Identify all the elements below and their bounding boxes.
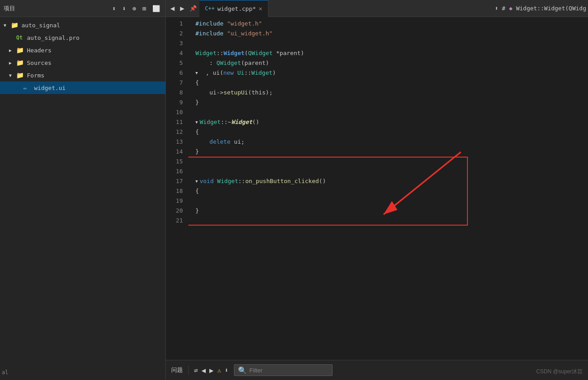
arrow-forms: ▼ bbox=[9, 73, 16, 78]
tree-label-forms: Forms bbox=[27, 72, 44, 79]
arrow-auto-signal: ▼ bbox=[4, 23, 11, 28]
filter-icon[interactable]: ⬇ bbox=[121, 4, 128, 13]
tree-item-widget-ui[interactable]: ✏ widget.ui bbox=[0, 81, 165, 94]
tab-widget-cpp[interactable]: C++ widget.cpp* ✕ bbox=[199, 0, 268, 17]
hash-icon: # bbox=[502, 5, 506, 12]
diamond-icon: ◆ bbox=[509, 5, 513, 12]
editor-area: ◀ ▶ 📌 C++ widget.cpp* ✕ ⬍ # ◆ Widget::Wi… bbox=[166, 0, 588, 380]
code-line-11: ▼Widget::~Widget() bbox=[195, 117, 588, 127]
tree-item-headers[interactable]: ▶ 📁 Headers bbox=[0, 44, 165, 56]
code-content[interactable]: #include "widget.h" #include "ui_widget.… bbox=[188, 17, 588, 360]
tree-item-forms[interactable]: ▼ 📁 Forms bbox=[0, 69, 165, 81]
tree-label: auto_signal bbox=[22, 22, 60, 29]
file-tree: ▼ 📁 auto_signal Qt auto_signal.pro ▶ 📁 H… bbox=[0, 17, 165, 96]
issues-tab[interactable]: 问题 bbox=[171, 364, 183, 376]
panel-nav-forward[interactable]: ▶ bbox=[209, 366, 214, 375]
tab-file-icon: C++ bbox=[205, 5, 215, 12]
code-line-15 bbox=[195, 157, 588, 167]
code-line-8: ui->setupUi(this); bbox=[195, 88, 588, 98]
sync-icon[interactable]: ⇄ bbox=[194, 367, 198, 374]
filter-input[interactable] bbox=[250, 367, 329, 374]
arrow-sources: ▶ bbox=[9, 60, 16, 65]
tree-item-auto-signal[interactable]: ▼ 📁 auto_signal bbox=[0, 19, 165, 31]
tree-label-sources: Sources bbox=[27, 60, 52, 66]
code-line-4: Widget::Widget(QWidget *parent) bbox=[195, 48, 588, 58]
code-line-3 bbox=[195, 38, 588, 48]
bottom-panel: 问题 ⇄ ◀ ▶ ⚠ ⬇ 🔍 bbox=[166, 360, 588, 380]
watermark: CSDN @super沐芸 bbox=[536, 368, 583, 376]
sidebar-title: 项目 bbox=[4, 4, 108, 13]
tab-label: widget.cpp* bbox=[217, 5, 256, 12]
arrow-pro bbox=[9, 35, 16, 40]
line-numbers: 1 2 3 4 5 6 7 8 9 10 11 12 13 14 15 16 1… bbox=[166, 17, 188, 360]
panel-divider bbox=[188, 366, 189, 375]
sort-icon[interactable]: ⬍ bbox=[110, 4, 117, 13]
folder-icon-forms: 📁 bbox=[16, 72, 25, 79]
folder-icon-headers: 📁 bbox=[16, 47, 25, 54]
tab-pin[interactable]: 📌 bbox=[187, 3, 199, 13]
code-line-6: ▼ , ui(new Ui::Widget) bbox=[195, 68, 588, 78]
pro-icon: Qt bbox=[16, 34, 25, 41]
link-icon[interactable]: ⊕ bbox=[130, 4, 138, 13]
tab-bar-right: ⬍ # ◆ Widget::Widget(QWidg bbox=[495, 5, 586, 12]
code-line-18: { bbox=[195, 186, 588, 196]
code-line-20: } bbox=[195, 206, 588, 216]
arrow-headers: ▶ bbox=[9, 48, 16, 53]
code-line-12: { bbox=[195, 127, 588, 137]
panel-nav-back[interactable]: ◀ bbox=[201, 366, 206, 375]
sidebar: 项目 ⬍ ⬇ ⊕ ⊞ ⬜ ▼ 📁 auto_signal Qt auto_sig… bbox=[0, 0, 166, 380]
bottom-icons: ⇄ ◀ ▶ ⚠ ⬇ bbox=[194, 366, 229, 375]
tree-item-pro[interactable]: Qt auto_signal.pro bbox=[0, 31, 165, 44]
code-line-19 bbox=[195, 196, 588, 206]
tree-label-widget-ui: widget.ui bbox=[34, 85, 65, 91]
bottom-left-label: al bbox=[2, 369, 8, 376]
folder-icon-sources: 📁 bbox=[16, 59, 25, 66]
code-line-10 bbox=[195, 107, 588, 117]
tab-nav-forward[interactable]: ▶ bbox=[177, 2, 187, 14]
code-line-1: #include "widget.h" bbox=[195, 19, 588, 29]
tab-sort-icon: ⬍ bbox=[495, 5, 498, 12]
tab-nav-back[interactable]: ◀ bbox=[168, 2, 177, 14]
snapshot-icon[interactable]: ⬜ bbox=[151, 4, 162, 13]
panel-filter-icon[interactable]: ⬇ bbox=[225, 367, 228, 374]
code-line-16 bbox=[195, 167, 588, 176]
tab-bar: ◀ ▶ 📌 C++ widget.cpp* ✕ ⬍ # ◆ Widget::Wi… bbox=[166, 0, 588, 17]
code-line-7: { bbox=[195, 78, 588, 88]
tab-close-btn[interactable]: ✕ bbox=[259, 5, 262, 12]
ui-file-icon: ✏ bbox=[23, 84, 32, 91]
editor-content[interactable]: 1 2 3 4 5 6 7 8 9 10 11 12 13 14 15 16 1… bbox=[166, 17, 588, 360]
tree-label-pro: auto_signal.pro bbox=[27, 34, 79, 41]
code-line-21 bbox=[195, 216, 588, 226]
tree-item-sources[interactable]: ▶ 📁 Sources bbox=[0, 56, 165, 69]
code-line-5: : QWidget(parent) bbox=[195, 58, 588, 68]
code-line-13: delete ui; bbox=[195, 137, 588, 147]
sidebar-toolbar: 项目 ⬍ ⬇ ⊕ ⊞ ⬜ bbox=[0, 0, 165, 17]
folder-icon: 📁 bbox=[11, 21, 20, 29]
arrow-widget-ui bbox=[16, 85, 23, 90]
warning-icon: ⚠ bbox=[217, 367, 221, 374]
code-line-17: ▼void Widget::on_pushButton_clicked() bbox=[195, 176, 588, 186]
add-file-icon[interactable]: ⊞ bbox=[141, 4, 148, 13]
search-icon: 🔍 bbox=[238, 366, 247, 375]
code-line-2: #include "ui_widget.h" bbox=[195, 29, 588, 38]
code-line-14: } bbox=[195, 147, 588, 157]
code-line-9: } bbox=[195, 98, 588, 107]
tree-label-headers: Headers bbox=[27, 47, 52, 54]
filter-input-wrap[interactable]: 🔍 bbox=[234, 364, 333, 376]
breadcrumb: Widget::Widget(QWidg bbox=[516, 5, 586, 12]
